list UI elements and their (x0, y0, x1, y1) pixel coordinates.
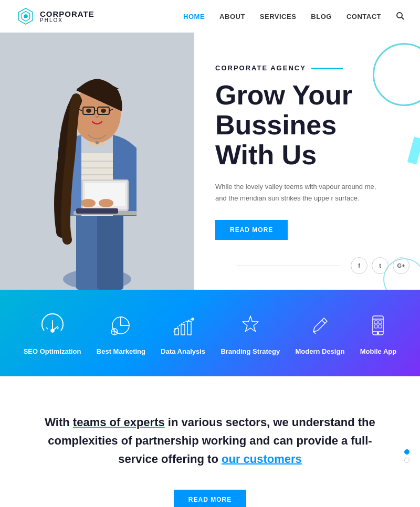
social-bar: f t G+ (236, 257, 410, 274)
facebook-button[interactable]: f (351, 257, 368, 274)
about-cta-button[interactable]: READ MORE (174, 490, 246, 507)
svg-line-43 (322, 320, 325, 323)
hero-image (0, 33, 194, 290)
svg-rect-50 (379, 321, 382, 324)
search-button[interactable] (396, 12, 404, 22)
design-label: Modern Design (295, 347, 344, 355)
data-label: Data Analysis (161, 347, 205, 355)
svg-line-34 (57, 328, 59, 329)
svg-rect-52 (379, 325, 382, 328)
svg-marker-42 (243, 316, 258, 332)
svg-point-32 (51, 329, 54, 332)
hero-subtitle: CORPORATE AGENCY (215, 64, 399, 72)
nav-home[interactable]: HOME (183, 13, 205, 20)
svg-point-2 (24, 14, 28, 18)
about-highlight-customers: our customers (222, 452, 302, 466)
svg-line-33 (46, 328, 48, 329)
svg-line-4 (402, 17, 404, 19)
svg-point-3 (397, 13, 402, 18)
svg-rect-49 (374, 321, 377, 324)
mobile-icon (363, 311, 393, 340)
seo-icon (38, 311, 67, 340)
nav-contact[interactable]: CONTACT (346, 13, 381, 20)
service-marketing[interactable]: Best Marketing (97, 311, 145, 355)
svg-point-41 (192, 318, 194, 320)
service-mobile[interactable]: Mobile App (360, 311, 397, 355)
scroll-indicator (404, 449, 410, 463)
marketing-icon (106, 311, 135, 340)
svg-rect-31 (76, 208, 118, 214)
design-icon (305, 311, 334, 340)
data-icon (169, 311, 198, 340)
svg-point-48 (377, 333, 379, 334)
service-branding[interactable]: Branding Strategy (220, 311, 280, 355)
svg-point-22 (86, 109, 91, 113)
svg-point-30 (99, 199, 113, 207)
branding-icon (236, 311, 265, 340)
hero-section: CORPORATE AGENCY Grow Your Bussines With… (0, 33, 420, 290)
hero-woman-illustration (0, 33, 194, 290)
svg-point-24 (96, 141, 99, 144)
main-nav: HOME ABOUT SERVICES BLOG CONTACT (183, 12, 404, 22)
nav-about[interactable]: ABOUT (219, 13, 245, 20)
about-section: With teams of experts in various sectors… (0, 376, 420, 507)
marketing-label: Best Marketing (97, 347, 145, 355)
scroll-dot-1[interactable] (404, 449, 410, 455)
svg-point-23 (101, 109, 106, 113)
service-design[interactable]: Modern Design (295, 311, 344, 355)
logo-icon (16, 6, 36, 26)
hero-content: CORPORATE AGENCY Grow Your Bussines With… (194, 33, 420, 290)
service-data[interactable]: Data Analysis (161, 311, 205, 355)
social-divider (236, 266, 341, 266)
branding-label: Branding Strategy (220, 347, 280, 355)
hero-cta-button[interactable]: READ MORE (215, 220, 288, 240)
logo[interactable]: CORPORATE PHLOX (16, 6, 94, 26)
service-seo[interactable]: SEO Optimization (24, 311, 81, 355)
svg-rect-39 (181, 324, 185, 335)
about-text: With teams of experts in various sectors… (39, 413, 381, 469)
svg-rect-9 (97, 211, 123, 290)
seo-label: SEO Optimization (24, 347, 81, 355)
nav-services[interactable]: SERVICES (260, 13, 297, 20)
twitter-button[interactable]: t (372, 257, 388, 274)
services-band: SEO Optimization Best Marketing (0, 290, 420, 376)
svg-rect-51 (374, 325, 377, 328)
hero-title: Grow Your Bussines With Us (215, 80, 399, 171)
nav-blog[interactable]: BLOG (311, 13, 332, 20)
googleplus-button[interactable]: G+ (393, 257, 410, 274)
logo-text: CORPORATE PHLOX (40, 10, 94, 23)
mobile-label: Mobile App (360, 347, 397, 355)
about-highlight-teams: teams of experts (73, 416, 165, 429)
svg-rect-40 (187, 321, 191, 335)
svg-line-44 (313, 332, 316, 334)
hero-description: While the lovely valley teems with vapou… (215, 181, 383, 204)
site-header: CORPORATE PHLOX HOME ABOUT SERVICES BLOG… (0, 0, 420, 33)
scroll-dot-2[interactable] (404, 458, 410, 463)
